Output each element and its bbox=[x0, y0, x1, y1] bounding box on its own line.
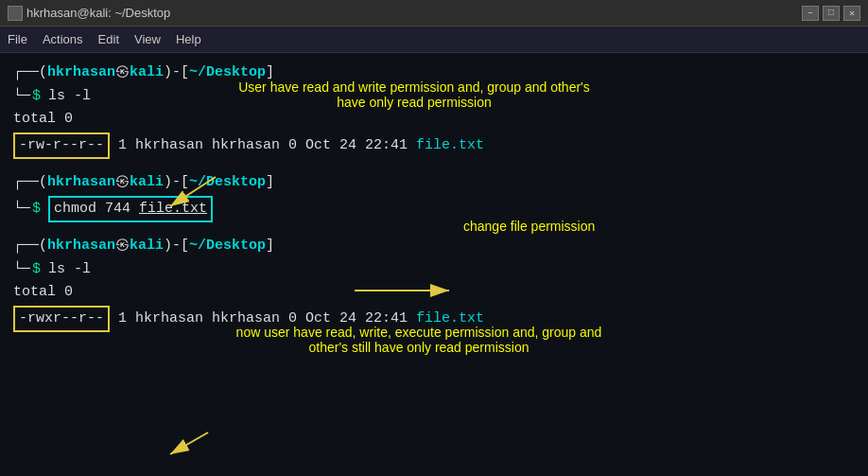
section2-host: kali bbox=[130, 172, 164, 194]
menubar: File Actions Edit View Help bbox=[0, 26, 868, 53]
section1-dollar: $ bbox=[32, 86, 41, 108]
section1-output1: total 0 bbox=[13, 109, 855, 131]
section1-filename: file.txt bbox=[416, 137, 484, 153]
prompt-corner3: ┌──( bbox=[13, 236, 47, 257]
prompt-corner2: ┌──( bbox=[13, 172, 47, 194]
section3-path: ~/Desktop bbox=[189, 236, 266, 257]
section1-file-info: 1 hkrhasan hkrhasan 0 Oct 24 22:41 bbox=[118, 137, 416, 153]
section2-chmod-box: chmod 744 file.txt bbox=[48, 196, 213, 223]
section2-globe: ㉿ bbox=[115, 172, 130, 194]
section2-prompt: ┌──( hkrhasan ㉿ kali )-[ ~/Desktop ] bbox=[13, 172, 855, 194]
section3-filename: file.txt bbox=[416, 310, 484, 326]
menu-actions[interactable]: Actions bbox=[43, 32, 83, 46]
section2-cmd-line: └─ $ chmod 744 file.txt bbox=[13, 196, 855, 223]
section1-file-line: -rw-r--r-- 1 hkrhasan hkrhasan 0 Oct 24 … bbox=[13, 132, 855, 160]
prompt-corner1: ┌──( bbox=[13, 62, 47, 84]
section1-command: ls -l bbox=[48, 86, 91, 108]
titlebar-controls[interactable]: – □ ✕ bbox=[802, 6, 860, 21]
section2-bracket-close: ] bbox=[266, 172, 274, 194]
section3-pipe: └─ bbox=[13, 259, 30, 281]
section3-annotation: now user have read, write, execute permi… bbox=[206, 325, 632, 355]
section1-host: kali bbox=[130, 62, 164, 84]
titlebar: hkrhasan@kali: ~/Desktop – □ ✕ bbox=[0, 0, 868, 26]
section3-dollar: $ bbox=[32, 259, 41, 281]
section3-file-info: 1 hkrhasan hkrhasan 0 Oct 24 22:41 bbox=[118, 310, 416, 326]
svg-line-6 bbox=[170, 432, 208, 454]
menu-edit[interactable]: Edit bbox=[98, 32, 119, 46]
section1-annotation: User have read and write permission and,… bbox=[216, 79, 613, 110]
section3-cmd-line: └─ $ ls -l bbox=[13, 259, 855, 281]
section2-cmd-prefix: chmod 744 bbox=[54, 201, 139, 217]
menu-help[interactable]: Help bbox=[176, 32, 201, 46]
terminal: ┌──( hkrhasan ㉿ kali )-[ ~/Desktop ] └─ … bbox=[0, 53, 868, 476]
section2: ┌──( hkrhasan ㉿ kali )-[ ~/Desktop ] └─ … bbox=[13, 172, 855, 222]
section2-bracket-open: )-[ bbox=[164, 172, 189, 194]
section3-bracket-close: ] bbox=[266, 236, 274, 257]
section1-pipe: └─ bbox=[13, 86, 30, 108]
minimize-button[interactable]: – bbox=[802, 6, 819, 21]
menu-file[interactable]: File bbox=[8, 32, 27, 46]
titlebar-title: hkrhasan@kali: ~/Desktop bbox=[26, 6, 170, 20]
section2-path: ~/Desktop bbox=[189, 172, 266, 194]
section3-globe: ㉿ bbox=[115, 236, 130, 257]
section3-perm-box: -rwxr--r-- bbox=[13, 306, 110, 333]
section1-bracket-open: )-[ bbox=[164, 62, 189, 84]
section3-prompt: ┌──( hkrhasan ㉿ kali )-[ ~/Desktop ] bbox=[13, 236, 855, 257]
section3-host: kali bbox=[130, 236, 164, 257]
section2-annotation: change file permission bbox=[463, 219, 595, 234]
maximize-button[interactable]: □ bbox=[823, 6, 840, 21]
section2-cmd-file: file.txt bbox=[139, 201, 207, 217]
section2-dollar: $ bbox=[32, 199, 41, 220]
window-icon bbox=[8, 6, 23, 21]
section2-user: hkrhasan bbox=[47, 172, 115, 194]
section1-user: hkrhasan bbox=[47, 62, 115, 84]
section3-command: ls -l bbox=[48, 259, 91, 281]
menu-view[interactable]: View bbox=[134, 32, 161, 46]
titlebar-left: hkrhasan@kali: ~/Desktop bbox=[8, 6, 170, 21]
section1-globe: ㉿ bbox=[115, 62, 130, 84]
section3-bracket-open: )-[ bbox=[164, 236, 189, 257]
section1: ┌──( hkrhasan ㉿ kali )-[ ~/Desktop ] └─ … bbox=[13, 62, 855, 159]
section1-perm-box: -rw-r--r-- bbox=[13, 132, 110, 160]
close-button[interactable]: ✕ bbox=[843, 6, 860, 21]
section3-output1: total 0 bbox=[13, 282, 855, 304]
section3: ┌──( hkrhasan ㉿ kali )-[ ~/Desktop ] └─ … bbox=[13, 236, 855, 332]
section2-pipe: └─ bbox=[13, 199, 30, 220]
section3-user: hkrhasan bbox=[47, 236, 115, 257]
